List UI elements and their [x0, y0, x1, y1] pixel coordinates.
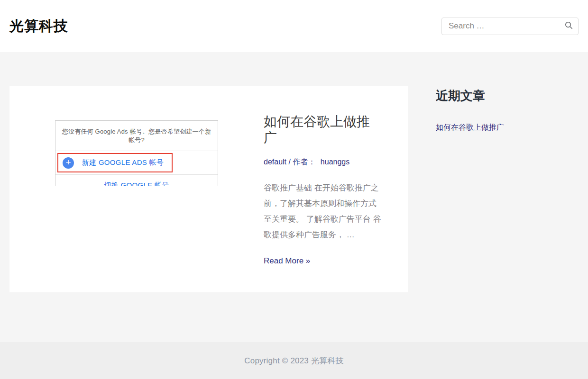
copyright-text: Copyright © 2023 光算科技	[244, 355, 343, 366]
site-logo[interactable]: 光算科技	[9, 17, 68, 36]
post-featured-image[interactable]: 您没有任何 Google Ads 帐号。您是否希望创建一个新帐号? + 新建 G…	[55, 120, 218, 258]
search-form	[441, 18, 579, 35]
post-category-link[interactable]: default	[264, 158, 286, 166]
post-content: 如何在谷歌上做推广 default / 作者： huanggs 谷歌推广基础 在…	[264, 113, 381, 266]
author-label: 作者：	[293, 158, 315, 166]
search-input[interactable]	[441, 18, 579, 35]
post-title-link[interactable]: 如何在谷歌上做推广	[264, 114, 381, 145]
site-header: 光算科技	[0, 0, 588, 52]
switch-google-account-button: 切换 GOOGLE 帐号	[55, 174, 218, 186]
meta-separator: /	[289, 158, 291, 166]
ads-dialog-message: 您没有任何 Google Ads 帐号。您是否希望创建一个新帐号?	[55, 121, 218, 151]
ads-create-row: + 新建 GOOGLE ADS 帐号	[55, 151, 218, 174]
post-meta: default / 作者： huanggs	[264, 157, 381, 167]
recent-posts-list: 如何在谷歌上做推广	[436, 123, 579, 133]
recent-post-item: 如何在谷歌上做推广	[436, 123, 579, 133]
site-footer: Copyright © 2023 光算科技	[0, 342, 588, 379]
recent-posts-heading: 近期文章	[436, 88, 579, 104]
primary-column: 您没有任何 Google Ads 帐号。您是否希望创建一个新帐号? + 新建 G…	[9, 86, 408, 292]
search-icon	[564, 21, 573, 31]
create-google-ads-account-button: 新建 GOOGLE ADS 帐号	[74, 158, 172, 167]
read-more-link[interactable]: Read More »	[264, 256, 310, 266]
red-highlight-frame: + 新建 GOOGLE ADS 帐号	[57, 153, 173, 172]
plus-icon: +	[63, 157, 74, 169]
post-card: 您没有任何 Google Ads 帐号。您是否希望创建一个新帐号? + 新建 G…	[9, 86, 408, 292]
post-author-link[interactable]: huanggs	[321, 158, 349, 166]
google-ads-dialog: 您没有任何 Google Ads 帐号。您是否希望创建一个新帐号? + 新建 G…	[55, 120, 218, 186]
post-excerpt: 谷歌推广基础 在开始谷歌推广之前，了解其基本原则和操作方式至关重要。 了解谷歌广…	[264, 180, 381, 243]
sidebar: 近期文章 如何在谷歌上做推广	[436, 86, 579, 133]
search-button[interactable]	[561, 19, 576, 33]
recent-post-link[interactable]: 如何在谷歌上做推广	[436, 123, 504, 131]
main-content: 您没有任何 Google Ads 帐号。您是否希望创建一个新帐号? + 新建 G…	[0, 52, 588, 342]
